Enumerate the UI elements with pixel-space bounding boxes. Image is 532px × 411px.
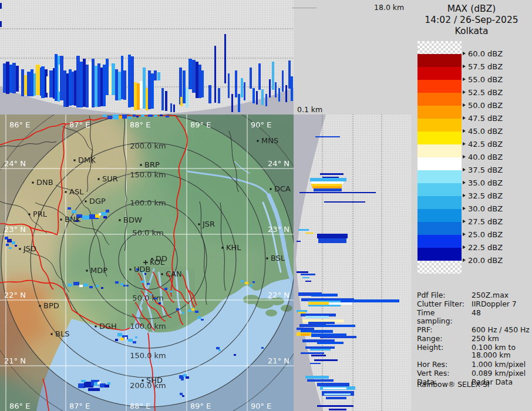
echo-streak	[323, 388, 346, 389]
echo-cell	[141, 281, 144, 283]
city-label: MNS	[261, 136, 278, 145]
echo-bar	[31, 69, 33, 96]
echo-bar	[183, 70, 186, 103]
station-name: Kolkata	[411, 26, 532, 37]
longitude-label: 89° E	[190, 402, 211, 410]
echo-cell	[105, 385, 109, 388]
echo-streak	[314, 359, 338, 361]
echo-streak	[317, 342, 344, 344]
city-dot	[140, 164, 142, 166]
echo-bar	[66, 73, 69, 107]
max-height-axis-label: 18.0 km	[374, 3, 404, 12]
latitude-label: 23° N	[4, 225, 26, 234]
echo-bar	[282, 70, 284, 92]
echo-bar	[6, 62, 9, 94]
scale-label-text: 50.0 dBZ	[468, 101, 503, 110]
city-label: DMK	[78, 156, 96, 164]
echo-cell	[101, 287, 103, 289]
echo-streak	[315, 136, 340, 137]
city-label: SHD	[146, 376, 163, 385]
echo-bar	[275, 82, 277, 97]
latitude-label: 21° N	[4, 356, 26, 365]
echo-cell	[107, 116, 112, 119]
echo-streak	[305, 233, 314, 234]
echo-streak	[317, 325, 355, 327]
echo-bar	[86, 65, 89, 107]
echo-cell	[195, 311, 198, 313]
echo-streak	[320, 173, 344, 175]
longitude-label: 88° E	[130, 120, 150, 129]
echo-cell	[113, 114, 119, 119]
scale-band	[417, 106, 462, 119]
scale-band	[417, 80, 462, 93]
product-info-table: Pdf File:250Z.maxClutter Filter:IIRDoppl…	[417, 291, 531, 387]
scale-label-text: 35.0 dBZ	[468, 178, 503, 187]
echo-cell	[197, 316, 201, 319]
tick-arrow-icon	[463, 129, 466, 133]
echo-streak	[297, 328, 314, 330]
echo-bar	[201, 70, 204, 97]
echo-bar	[60, 56, 63, 100]
echo-bar	[103, 65, 106, 106]
echo-cell	[82, 215, 90, 220]
echo-cell	[103, 114, 106, 117]
echo-streak	[317, 383, 349, 386]
echo-bar	[16, 66, 19, 92]
longitude-label: 87° E	[69, 120, 90, 129]
city-dot	[270, 188, 272, 190]
longitude-label: 88° E	[130, 402, 150, 410]
echo-cell	[261, 347, 264, 349]
echo-streak	[324, 201, 365, 203]
echo-bar	[49, 70, 53, 97]
info-label: Time sampling:	[417, 309, 472, 324]
echo-bar	[192, 60, 196, 93]
city-label: BNK	[65, 215, 81, 224]
scale-label-text: 42.5 dBZ	[468, 140, 503, 149]
scale-band	[417, 157, 462, 170]
tick-arrow-icon	[463, 116, 466, 120]
echo-profile-bars	[0, 3, 293, 112]
timestamp: 14:02 / 26-Sep-2025	[411, 15, 532, 26]
scale-label-text: 52.5 dBZ	[468, 88, 503, 97]
echo-cell	[79, 285, 83, 287]
scale-label: 25.0 dBZ	[463, 230, 503, 238]
echo-streak	[299, 192, 376, 193]
tick-arrow-icon	[463, 90, 466, 94]
info-row: Time sampling:48	[417, 309, 531, 324]
axis-corner-line	[292, 8, 316, 8]
echo-bar	[55, 54, 58, 101]
echo-bar	[285, 85, 287, 102]
city-dot	[130, 269, 132, 271]
scale-band	[417, 144, 462, 157]
city-dot	[85, 201, 87, 203]
info-row: Pdf File:250Z.max	[417, 291, 531, 299]
echo-cell	[136, 116, 139, 117]
scale-label: 42.5 dBZ	[463, 140, 503, 148]
info-row: Hor Res:1.000 km/pixel	[417, 361, 531, 368]
tick-arrow-icon	[463, 155, 466, 159]
city-label: KHL	[226, 243, 241, 252]
echo-cell	[119, 116, 122, 119]
tick-arrow-icon	[463, 181, 466, 184]
echo-bar	[143, 68, 146, 109]
latitude-label: 24° N	[4, 159, 26, 168]
echo-bar	[258, 63, 261, 90]
echo-cell	[12, 241, 15, 244]
scale-label: 50.0 dBZ	[463, 101, 503, 109]
scale-band	[417, 93, 462, 106]
city-label: BDW	[123, 215, 142, 224]
tick-arrow-icon	[463, 78, 466, 81]
echo-streak	[302, 277, 309, 278]
scale-label-text: 27.5 dBZ	[468, 217, 503, 226]
scale-label: 37.5 dBZ	[463, 166, 503, 174]
echo-streak	[329, 302, 352, 305]
info-row: PRF:600 Hz / 450 Hz	[417, 326, 531, 333]
echo-bar	[121, 56, 123, 99]
echo-cell	[115, 339, 118, 341]
scale-label: 35.0 dBZ	[463, 178, 503, 187]
echo-streak	[318, 238, 346, 243]
echo-bar	[148, 70, 151, 109]
echo-bar	[33, 73, 36, 96]
echo-cell	[68, 207, 71, 210]
echo-bar	[231, 94, 233, 112]
